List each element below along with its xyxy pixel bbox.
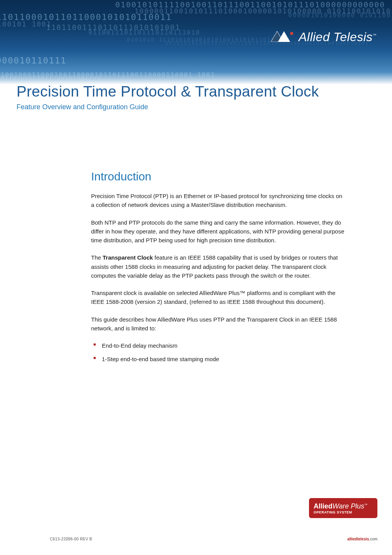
paragraph: The Transparent Clock feature is an IEEE… — [91, 253, 346, 280]
footer: C613-22098-00 REV B alliedtelesis.com — [50, 537, 377, 541]
binary-decor: 0100101 1001 — [0, 20, 51, 28]
brand-tm: ™ — [373, 33, 377, 37]
document-reference: C613-22098-00 REV B — [50, 537, 92, 541]
badge-tm: ™ — [364, 503, 367, 507]
bullet-list: End-to-End delay mechanism 1-Step end-to… — [91, 341, 346, 364]
alliedware-plus-badge: AlliedWare Plus™ OPERATING SYSTEM — [309, 498, 377, 518]
main-content: Introduction Precision Time Protocol (PT… — [91, 170, 346, 368]
badge-line-2: OPERATING SYSTEM — [314, 510, 373, 514]
badge-bold: Allied — [314, 502, 332, 510]
paragraph: Precision Time Protocol (PTP) is an Ethe… — [91, 192, 346, 210]
page-subtitle: Feature Overview and Configuration Guide — [17, 103, 377, 111]
page-title: Precision Time Protocol & Transparent Cl… — [17, 83, 377, 100]
badge-line-1: AlliedWare Plus™ — [314, 502, 373, 510]
binary-decor: 000001010100000 0101100101010 — [288, 12, 392, 19]
binary-decor: 00110001011011100101001110 — [0, 76, 101, 82]
paragraph: This guide describes how AlliedWare Plus… — [91, 315, 346, 333]
svg-point-2 — [290, 32, 293, 35]
footer-link[interactable]: alliedtelesis.com — [347, 537, 377, 541]
list-item: End-to-End delay mechanism — [91, 341, 346, 350]
binary-decor: 000010110111 — [0, 56, 66, 65]
paragraph-text: The — [91, 254, 103, 261]
binary-decor: 11011001110110111010101001 — [46, 23, 180, 32]
section-heading: Introduction — [91, 170, 346, 183]
footer-link-suffix: .com — [369, 537, 377, 541]
header-background: 110110001011011000101010110011 0100101 1… — [0, 0, 392, 85]
paragraph: Both NTP and PTP protocols do the same t… — [91, 218, 346, 245]
brand-name: Allied Telesis™ — [299, 30, 377, 44]
badge-light: Ware Plus — [332, 502, 364, 510]
bold-term: Transparent Clock — [103, 254, 153, 261]
list-item: 1-Step end-to-end based time stamping mo… — [91, 355, 346, 363]
footer-link-accent: alliedtelesis — [347, 537, 369, 541]
brand-logo: Allied Telesis™ — [271, 30, 377, 44]
logo-triangles-icon — [271, 31, 294, 43]
title-block: Precision Time Protocol & Transparent Cl… — [17, 83, 377, 111]
paragraph: Transparent clock is available on select… — [91, 288, 346, 307]
brand-name-text: Allied Telesis — [299, 30, 373, 44]
